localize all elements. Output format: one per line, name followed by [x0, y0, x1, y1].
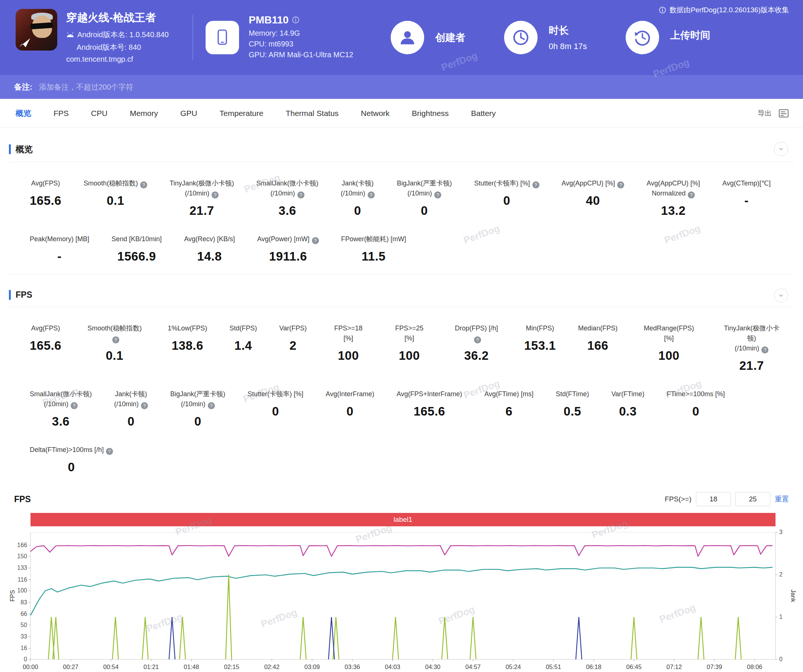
chevron-down-icon [778, 146, 784, 152]
help-icon[interactable]: ? [140, 182, 147, 188]
metric-label: SmallJank(微小卡顿)(/10min)? [30, 389, 92, 409]
metric-label: Avg(Recv) [KB/s] [184, 234, 235, 244]
fps-threshold-low-input[interactable] [696, 492, 731, 506]
svg-text:0: 0 [24, 656, 27, 662]
collapse-overview-button[interactable] [774, 142, 788, 156]
fps-chart: 01633506683100116133150166012300:0000:27… [9, 529, 796, 672]
duration-value: 0h 8m 17s [549, 42, 587, 51]
svg-text:FPS: FPS [9, 590, 16, 601]
metric-value: - [722, 194, 770, 208]
svg-text:01:21: 01:21 [143, 664, 159, 670]
chevron-down-icon [778, 292, 784, 299]
tab-battery[interactable]: Battery [460, 109, 507, 118]
svg-text:02:15: 02:15 [224, 664, 239, 670]
phone-icon [206, 21, 239, 54]
help-icon[interactable]: ? [71, 402, 78, 409]
help-icon[interactable]: ? [297, 192, 304, 198]
device-name: PMB110 [249, 14, 288, 26]
metric-item: SmallJank(微小卡顿)(/10min)?3.6 [19, 389, 103, 429]
help-icon[interactable]: ? [688, 192, 695, 198]
metric-label: Avg(FPS) [30, 323, 61, 333]
metric-value: 1566.9 [112, 249, 162, 263]
metric-item: Smooth(稳帧指数)?0.1 [73, 179, 158, 218]
metric-item: 1%Low(FPS)138.6 [156, 323, 218, 373]
metric-item: SmallJank(微小卡顿)(/10min)?3.6 [245, 179, 329, 218]
metric-item: Avg(InterFrame)0 [314, 389, 385, 429]
metric-label: SmallJank(微小卡顿)(/10min)? [256, 179, 318, 198]
fps-threshold-high-input[interactable] [735, 492, 770, 506]
metric-item: Std(FTime)0.5 [545, 389, 600, 429]
metric-item: Send [KB/10min]1566.9 [100, 234, 173, 263]
metric-label: Delta(FTime)>100ms [/h]? [30, 445, 113, 455]
help-icon[interactable]: ? [368, 192, 375, 198]
help-icon[interactable]: ? [761, 346, 769, 354]
metric-value: 40 [562, 194, 624, 208]
metric-label: Var(FTime) [611, 389, 644, 399]
metric-value: 0 [114, 414, 148, 429]
svg-text:06:45: 06:45 [626, 664, 642, 670]
tab-概览[interactable]: 概览 [5, 108, 42, 118]
note-bar: 备注: [0, 75, 803, 99]
overview-metrics: Avg(FPS)165.6Smooth(稳帧指数)?0.1TinyJank(极微… [9, 179, 794, 274]
metric-item: Stutter(卡顿率) [%]0 [236, 389, 314, 429]
creator-block: 创建者 [391, 21, 465, 54]
svg-text:83: 83 [20, 599, 27, 605]
help-icon[interactable]: ? [312, 237, 319, 244]
metric-label: Stutter(卡顿率) [%] [248, 389, 303, 399]
info-icon[interactable] [292, 16, 300, 24]
metric-value: 21.7 [720, 359, 783, 373]
chart-title: FPS [14, 494, 31, 504]
metric-label: Avg(InterFrame) [326, 389, 374, 399]
game-info-block: 穿越火线-枪战王者 Android版本名: 1.0.540.840 Androi… [16, 9, 190, 66]
metric-value: 153.1 [524, 339, 556, 353]
metric-row: Peak(Memory) [MB]-Send [KB/10min]1566.9A… [9, 234, 794, 263]
help-icon[interactable]: ? [141, 402, 148, 409]
collapse-fps-button[interactable] [774, 289, 788, 302]
section-divider [9, 307, 794, 307]
metric-value: 100 [329, 349, 368, 363]
svg-text:00:27: 00:27 [63, 664, 78, 670]
svg-text:04:30: 04:30 [425, 664, 441, 670]
metric-row: Avg(FPS)165.6Smooth(稳帧指数)?0.11%Low(FPS)1… [9, 323, 794, 373]
metric-item: BigJank(严重卡顿)(/10min)?0 [159, 389, 236, 429]
help-icon[interactable]: ? [532, 182, 540, 188]
upload-time-block: 上传时间 [626, 21, 710, 54]
reset-link[interactable]: 重置 [775, 494, 789, 504]
help-icon[interactable]: ? [211, 192, 219, 198]
metric-label: Peak(Memory) [MB] [30, 234, 89, 244]
chart-controls: FPS(>=) 重置 [665, 492, 789, 506]
svg-text:50: 50 [20, 622, 27, 628]
help-icon[interactable]: ? [106, 448, 113, 455]
tab-network[interactable]: Network [350, 109, 401, 118]
export-button[interactable]: 导出 [757, 109, 772, 118]
metric-label: FPower(帧能耗) [mW] [341, 234, 406, 244]
help-icon[interactable]: ? [112, 336, 119, 343]
metric-row: Delta(FTime)>100ms [/h]?0 [9, 445, 794, 474]
help-icon[interactable]: ? [208, 402, 215, 409]
svg-text:116: 116 [18, 576, 27, 583]
tab-memory[interactable]: Memory [119, 109, 169, 118]
tab-thermal-status[interactable]: Thermal Status [275, 109, 349, 118]
tab-cpu[interactable]: CPU [80, 109, 119, 118]
chart-head: FPS FPS(>=) 重置 [9, 492, 794, 506]
report-icon[interactable] [779, 109, 789, 118]
svg-text:06:18: 06:18 [586, 664, 601, 670]
metric-label: Median(FPS) [578, 323, 618, 333]
metric-item: FTime>=100ms [%]0 [655, 389, 736, 429]
tab-gpu[interactable]: GPU [169, 109, 208, 118]
help-icon[interactable]: ? [474, 336, 481, 343]
svg-text:100: 100 [17, 587, 27, 594]
svg-text:16: 16 [20, 645, 27, 651]
metric-label: BigJank(严重卡顿)(/10min)? [397, 179, 452, 198]
svg-text:07:12: 07:12 [666, 664, 682, 670]
tab-fps[interactable]: FPS [42, 109, 80, 118]
metric-item: FPower(帧能耗) [mW]11.5 [330, 234, 418, 263]
metric-label: Avg(FPS) [30, 179, 61, 188]
duration-block: 时长 0h 8m 17s [504, 21, 587, 54]
help-icon[interactable]: ? [617, 182, 624, 188]
tab-temperature[interactable]: Temperature [208, 109, 275, 118]
tab-brightness[interactable]: Brightness [401, 109, 460, 118]
collect-info: 数据由PerfDog(12.0.260136)版本收集 [659, 5, 789, 15]
note-input[interactable] [38, 83, 300, 92]
help-icon[interactable]: ? [434, 192, 441, 198]
